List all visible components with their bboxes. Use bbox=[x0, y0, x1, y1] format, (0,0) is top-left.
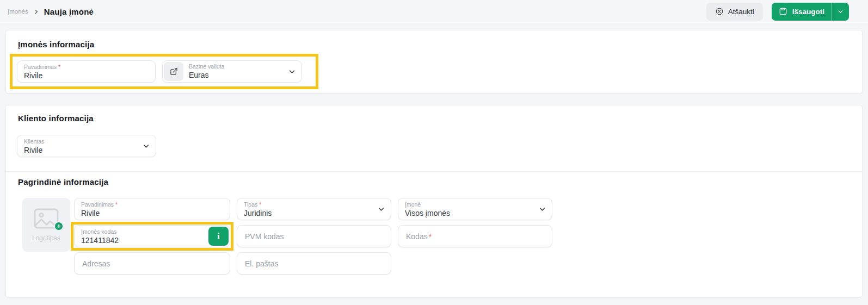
code-field[interactable]: Kodas * bbox=[398, 225, 552, 247]
save-options-button[interactable] bbox=[832, 3, 849, 21]
company-info-card: Įmonės informacija Pavadinimas * Rivile … bbox=[5, 30, 863, 94]
save-split-button: Išsaugoti bbox=[772, 3, 849, 21]
vat-code-placeholder: PVM kodas bbox=[245, 232, 284, 241]
base-currency-label: Bazinė valiuta bbox=[189, 64, 224, 70]
address-placeholder: Adresas bbox=[82, 259, 110, 268]
logo-upload[interactable]: + Logotipas bbox=[22, 198, 70, 252]
client-label: Klientas bbox=[24, 139, 149, 145]
base-currency-value: Euras bbox=[189, 71, 224, 79]
email-placeholder: El. paštas bbox=[245, 259, 278, 268]
company-name-value: Rivile bbox=[24, 71, 149, 80]
base-currency-select[interactable]: Bazinė valiuta Euras bbox=[162, 60, 302, 83]
client-value: Rivile bbox=[24, 146, 149, 154]
image-placeholder-icon: + bbox=[33, 208, 59, 229]
company-code-info-button[interactable]: i bbox=[208, 227, 229, 246]
company-name-field[interactable]: Pavadinimas * Rivile bbox=[17, 60, 156, 83]
chevron-down-icon bbox=[837, 8, 844, 15]
company-select-value: Visos įmonės bbox=[405, 209, 545, 217]
topbar-actions: Atšaukti Išsaugoti bbox=[706, 3, 849, 21]
breadcrumb: Įmonės Nauja įmonė bbox=[8, 7, 94, 16]
cancel-button-label: Atšaukti bbox=[728, 8, 754, 16]
type-select[interactable]: Tipas * Juridinis bbox=[237, 198, 391, 220]
plus-icon: + bbox=[54, 221, 64, 231]
company-select-label: Įmonė bbox=[405, 202, 545, 208]
address-field[interactable]: Adresas bbox=[74, 252, 230, 275]
vat-code-field[interactable]: PVM kodas bbox=[237, 225, 391, 247]
open-currency-button[interactable] bbox=[164, 62, 183, 81]
info-icon: i bbox=[217, 232, 219, 241]
page-title: Nauja įmonė bbox=[44, 7, 94, 16]
section-divider bbox=[6, 171, 862, 172]
main-name-label: Pavadinimas * bbox=[81, 202, 223, 208]
client-select[interactable]: Klientas Rivile bbox=[17, 135, 156, 157]
company-select[interactable]: Įmonė Visos įmonės bbox=[398, 198, 552, 220]
details-card: Kliento informacija Klientas Rivile Pagr… bbox=[5, 105, 863, 297]
main-name-field[interactable]: Pavadinimas * Rivile bbox=[74, 198, 230, 220]
chevron-down-icon bbox=[538, 205, 546, 213]
code-placeholder: Kodas bbox=[406, 232, 428, 241]
company-code-field[interactable]: Įmonės kodas 121411842 i bbox=[74, 225, 230, 247]
chevron-down-icon bbox=[377, 205, 385, 213]
chevron-right-icon bbox=[33, 9, 39, 15]
main-section-title: Pagrindinė informacija bbox=[18, 177, 108, 186]
chevron-down-icon bbox=[288, 67, 296, 76]
topbar: Įmonės Nauja įmonė Atšaukti Išsaugoti bbox=[0, 0, 868, 23]
client-section-title: Kliento informacija bbox=[18, 114, 94, 123]
main-fields-grid: Pavadinimas * Rivile Tipas * Juridinis Į… bbox=[74, 198, 552, 275]
company-section-title: Įmonės informacija bbox=[18, 40, 94, 49]
company-code-highlight: Įmonės kodas 121411842 i bbox=[74, 225, 230, 247]
x-circle-icon bbox=[715, 7, 724, 16]
required-asterisk: * bbox=[58, 64, 60, 70]
required-asterisk: * bbox=[115, 201, 118, 208]
company-name-label: Pavadinimas * bbox=[24, 64, 149, 71]
base-currency-text: Bazinė valiuta Euras bbox=[189, 64, 224, 79]
company-code-value: 121411842 bbox=[81, 236, 223, 245]
type-label: Tipas * bbox=[244, 202, 384, 208]
required-asterisk: * bbox=[429, 232, 432, 241]
company-fields-highlight: Pavadinimas * Rivile Bazinė valiuta Eura… bbox=[10, 54, 318, 89]
save-button[interactable]: Išsaugoti bbox=[772, 3, 832, 21]
cancel-button[interactable]: Atšaukti bbox=[706, 3, 763, 21]
breadcrumb-parent-link[interactable]: Įmonės bbox=[8, 8, 28, 15]
main-name-value: Rivile bbox=[81, 209, 223, 217]
save-button-label: Išsaugoti bbox=[792, 8, 824, 16]
floppy-disk-icon bbox=[779, 7, 787, 16]
external-link-icon bbox=[170, 67, 178, 76]
type-value: Juridinis bbox=[244, 209, 384, 217]
company-code-label: Įmonės kodas bbox=[81, 229, 223, 235]
logo-label: Logotipas bbox=[32, 234, 60, 242]
chevron-down-icon bbox=[142, 142, 150, 150]
required-asterisk: * bbox=[259, 201, 261, 208]
email-field[interactable]: El. paštas bbox=[237, 252, 391, 275]
